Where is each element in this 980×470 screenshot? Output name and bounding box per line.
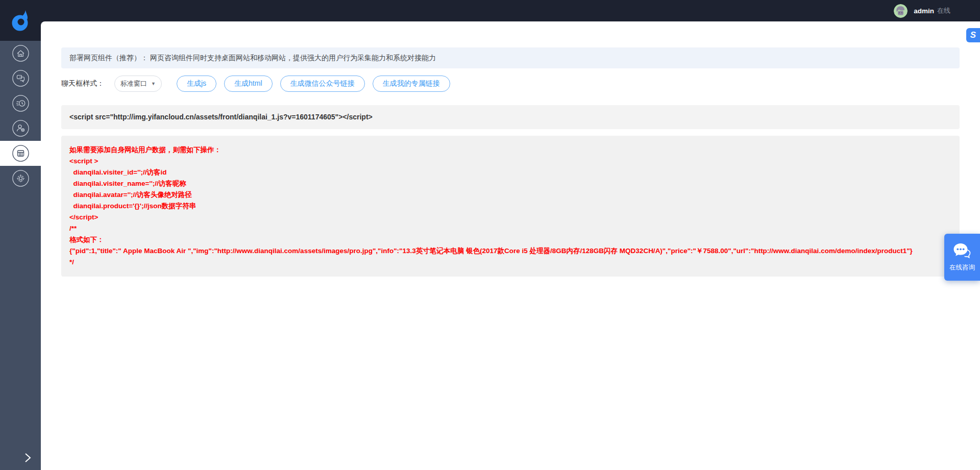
user-status: 在线 [937, 6, 950, 15]
topbar: admin 在线 [0, 0, 980, 21]
browser-extension-badge[interactable]: S [966, 28, 980, 42]
generate-html-button[interactable]: 生成html [224, 76, 272, 92]
code-line: dianqilai.avatar='';//访客头像绝对路径 [69, 189, 951, 201]
code-line: /** [69, 223, 951, 234]
sidebar [0, 41, 41, 470]
code-line: 格式如下： [69, 234, 951, 245]
deploy-info-banner: 部署网页组件（推荐）： 网页咨询组件同时支持桌面网站和移动网站，提供强大的用户行… [61, 47, 960, 68]
chat-icon [12, 70, 29, 87]
code-line: */ [69, 257, 951, 268]
sidebar-item-home[interactable] [0, 41, 41, 66]
embed-code-block: <script src="http://img.yifancloud.cn/as… [61, 105, 960, 129]
chat-style-dropdown-value: 标准窗口 [120, 79, 147, 88]
chevron-down-icon: ▼ [151, 81, 156, 86]
user-avatar[interactable] [894, 4, 908, 18]
user-menu[interactable]: admin 在线 [894, 0, 950, 21]
brand-logo[interactable] [0, 0, 41, 41]
online-consult-widget[interactable]: 在线咨询 [944, 234, 980, 281]
code-line: 如果需要添加自身网站用户数据，则需如下操作： [69, 144, 951, 156]
instructions-code-block: 如果需要添加自身网站用户数据，则需如下操作： <script > dianqil… [61, 136, 960, 277]
banner-text: 部署网页组件（推荐）： 网页咨询组件同时支持桌面网站和移动网站，提供强大的用户行… [69, 54, 436, 63]
generate-js-button[interactable]: 生成js [177, 76, 216, 92]
avatar-icon [894, 4, 908, 18]
extension-s-icon: S [970, 30, 976, 40]
sidebar-item-visitors[interactable] [0, 116, 41, 141]
generate-exclusive-link-button[interactable]: 生成我的专属链接 [373, 76, 450, 92]
chat-style-label: 聊天框样式： [61, 79, 104, 88]
widget-label: 在线咨询 [949, 263, 975, 272]
sidebar-item-settings[interactable] [0, 166, 41, 191]
chat-bubble-icon [952, 242, 972, 260]
user-settings-icon [12, 120, 29, 137]
sidebar-item-history[interactable] [0, 91, 41, 116]
deploy-grid-icon [12, 145, 29, 162]
code-line: <script > [69, 156, 951, 167]
generate-wechat-link-button[interactable]: 生成微信公众号链接 [280, 76, 365, 92]
main-panel: 部署网页组件（推荐）： 网页咨询组件同时支持桌面网站和移动网站，提供强大的用户行… [41, 21, 980, 470]
sidebar-item-deploy[interactable] [0, 141, 41, 166]
code-line: {"pid":1,"title":" Apple MacBook Air ","… [69, 245, 951, 257]
sidebar-collapse-toggle[interactable] [20, 451, 35, 465]
code-line: </script> [69, 212, 951, 223]
code-line: dianqilai.visiter_name='';//访客昵称 [69, 178, 951, 189]
brand-droplet-logo-icon [11, 9, 30, 32]
sidebar-item-chat[interactable] [0, 66, 41, 91]
username: admin [914, 7, 934, 15]
code-line: dianqilai.product='{}';//json数据字符串 [69, 201, 951, 212]
chevron-right-icon [24, 453, 31, 463]
chat-style-dropdown[interactable]: 标准窗口 ▼ [114, 76, 162, 92]
chat-style-toolbar: 聊天框样式： 标准窗口 ▼ 生成js 生成html 生成微信公众号链接 生成我的… [61, 76, 960, 92]
settings-gear-icon [12, 170, 29, 187]
home-icon [12, 45, 29, 62]
code-line: dianqilai.visiter_id='';//访客id [69, 167, 951, 178]
history-icon [12, 95, 29, 112]
